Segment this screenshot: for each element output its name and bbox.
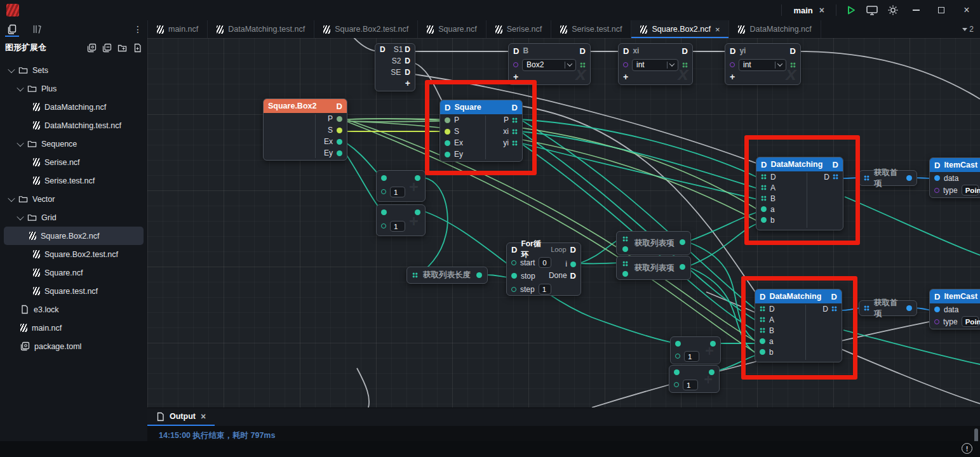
tab-overflow-button[interactable]: 2 [956, 20, 980, 38]
input-port[interactable] [381, 175, 387, 181]
add-port-button[interactable]: + [623, 72, 628, 81]
grid-port-icon[interactable] [760, 328, 765, 333]
type-field[interactable]: Point2 [962, 316, 979, 327]
minimize-button[interactable] [908, 2, 924, 18]
tab-serise-test-ncf[interactable]: Serise.test.ncf [551, 20, 631, 38]
node-datamatching[interactable]: D DataMatching D DD A B a b [756, 157, 843, 230]
d-port-icon[interactable]: D [760, 293, 765, 301]
tab-main-ncf[interactable]: main.ncf [148, 20, 208, 38]
input-port[interactable] [675, 341, 681, 347]
d-port-icon[interactable]: D [623, 47, 629, 55]
add-port-button[interactable]: + [513, 72, 518, 81]
node-square[interactable]: D Square D PP Sxi Exyi Ey [440, 100, 523, 162]
output-port[interactable] [337, 139, 342, 145]
node-first-item[interactable]: 获取首项 [859, 170, 917, 186]
sidebar-item-e3-lock[interactable]: e3.lock [4, 300, 144, 319]
maximize-button[interactable] [933, 2, 950, 18]
add-port-button[interactable]: + [730, 72, 735, 81]
sidebar-item-sequence[interactable]: Sequence [4, 135, 144, 153]
type-dropdown[interactable]: int [632, 59, 678, 71]
run-button[interactable] [845, 4, 857, 16]
grid-port-icon[interactable] [512, 117, 518, 123]
grid-port-icon[interactable] [580, 62, 586, 68]
grid-port-icon[interactable] [831, 306, 837, 312]
sidebar-item-sets[interactable]: Sets [4, 61, 144, 79]
grid-port-icon[interactable] [864, 305, 869, 311]
d-port-icon[interactable]: D [513, 47, 519, 55]
node-b[interactable]: D B D Box2 + x [508, 43, 591, 85]
output-port[interactable] [906, 305, 912, 311]
output-port[interactable] [337, 116, 342, 122]
value-port[interactable] [623, 62, 628, 67]
value-field[interactable]: 1 [539, 284, 551, 295]
more-actions-icon[interactable]: ⋮ [133, 24, 142, 34]
scrollbar-handle[interactable] [974, 428, 978, 441]
output-log[interactable]: 14:15:00 执行结束，耗时 797ms [147, 426, 980, 441]
value-field[interactable]: 1 [390, 187, 405, 197]
input-port[interactable] [622, 246, 628, 252]
d-port-icon[interactable]: D [790, 47, 796, 55]
sidebar-item-square-box2-test-ncf[interactable]: Square.Box2.test.ncf [4, 245, 144, 263]
close-branch-icon[interactable]: × [819, 5, 824, 15]
d-port-icon[interactable]: D [511, 246, 517, 254]
tab-output[interactable]: Output × [147, 408, 215, 426]
value-port[interactable] [934, 188, 939, 193]
d-port-icon[interactable]: D [831, 293, 837, 301]
d-port-icon[interactable]: D [934, 161, 940, 169]
grid-port-icon[interactable] [412, 272, 418, 278]
d-port-icon[interactable]: D [570, 272, 576, 280]
output-port[interactable] [680, 264, 685, 270]
grid-port-icon[interactable] [760, 317, 765, 322]
grid-port-icon[interactable] [761, 174, 767, 180]
d-port-icon[interactable]: D [405, 57, 410, 65]
input-port[interactable] [761, 206, 767, 212]
sidebar-item-square-ncf[interactable]: Square.ncf [4, 263, 144, 282]
grid-port-icon[interactable] [622, 261, 628, 267]
output-port[interactable] [415, 175, 420, 181]
close-panel-icon[interactable]: × [201, 411, 206, 421]
output-port[interactable] [680, 239, 685, 245]
sidebar-item-main-ncf[interactable]: main.ncf [4, 319, 144, 337]
input-port[interactable] [511, 287, 516, 292]
input-port[interactable] [760, 349, 765, 355]
node-list-item[interactable]: 获取列表项 [616, 231, 691, 255]
d-port-icon[interactable]: D [682, 47, 688, 55]
d-port-icon[interactable]: D [445, 103, 450, 112]
output-port[interactable] [906, 175, 912, 181]
d-port-icon[interactable]: D [512, 103, 518, 112]
input-port[interactable] [381, 209, 387, 215]
d-port-icon[interactable]: D [405, 69, 410, 76]
tab-datamatching-ncf[interactable]: DataMatching.ncf [729, 20, 821, 38]
output-port[interactable] [337, 150, 342, 156]
node-value-mini[interactable]: 1 + [376, 204, 426, 236]
type-dropdown[interactable]: int [739, 59, 786, 71]
input-port[interactable] [622, 271, 628, 277]
input-port[interactable] [511, 273, 517, 279]
branch-selector[interactable]: main × [791, 5, 827, 15]
node-value-mini[interactable]: 1 + [670, 336, 721, 364]
warning-icon[interactable]: ! [962, 443, 972, 454]
input-port[interactable] [445, 152, 450, 157]
input-port[interactable] [934, 307, 940, 312]
d-port-icon[interactable]: D [405, 46, 410, 53]
grid-port-icon[interactable] [622, 236, 628, 242]
tab-datamatching-test-ncf[interactable]: DataMatching.test.ncf [208, 20, 314, 38]
grid-port-icon[interactable] [864, 175, 869, 181]
collapse-all-icon[interactable] [102, 43, 112, 53]
grid-port-icon[interactable] [682, 62, 688, 68]
node-splitter[interactable]: D S1D S2D SED + [375, 43, 415, 91]
sidebar-item-package-toml[interactable]: package.toml [4, 337, 144, 355]
new-folder-icon[interactable] [117, 43, 127, 53]
node-list-length[interactable]: 获取列表长度 [406, 267, 488, 284]
value-port[interactable] [934, 319, 939, 324]
sidebar-item-plus[interactable]: Plus [4, 79, 144, 98]
node-yi[interactable]: D yi D int + x [725, 43, 801, 85]
output-port[interactable] [570, 262, 576, 267]
value-field[interactable]: 1 [683, 380, 698, 390]
sidebar-item-vector[interactable]: Vector [4, 190, 144, 208]
input-port[interactable] [445, 117, 450, 123]
value-field[interactable]: 1 [684, 351, 699, 362]
grid-port-icon[interactable] [761, 195, 767, 201]
sidebar-item-grid[interactable]: Grid [4, 208, 144, 227]
input-port[interactable] [445, 140, 450, 146]
